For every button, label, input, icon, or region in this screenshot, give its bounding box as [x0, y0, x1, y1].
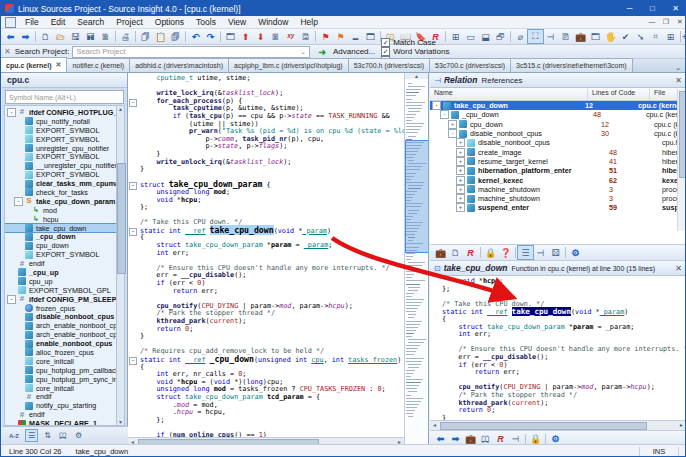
relation-row[interactable]: -disable_nonboot_cpus30cpu.c (kernel)	[430, 129, 686, 138]
paste-icon[interactable]: 📋	[153, 30, 168, 43]
window-doc-icon[interactable]: 🗕	[348, 30, 363, 43]
tree-expander-icon[interactable]: +	[448, 120, 457, 129]
relation-row[interactable]: -_cpu_down48cpu.c (kernel)	[430, 110, 686, 119]
symbol-tree-item[interactable]: -EXPORT_SYMBOL	[5, 152, 117, 161]
hand-icon[interactable]: 🖐	[603, 30, 618, 43]
search-project-input[interactable]: Search Project ⌄	[72, 46, 310, 58]
mdi-minimize-button[interactable]: —	[645, 18, 659, 26]
tree-expander-icon[interactable]: -	[7, 295, 16, 304]
relation-row[interactable]: +cpu_down12cpu.c (kernel)	[430, 120, 686, 129]
symbol-tree-item[interactable]: -↳hcpu	[5, 215, 117, 224]
symbol-tree-item[interactable]: -↳mod	[5, 206, 117, 215]
symbol-tree-item[interactable]: -disable_nonboot_cpus	[5, 312, 117, 321]
relation-row[interactable]: +machine_shutdown3process.c (arch)	[430, 185, 686, 194]
new-file-icon[interactable]: 🗋	[38, 30, 53, 43]
relation-close-icon[interactable]: ✕	[675, 76, 682, 85]
symbol-tree-item[interactable]: -enable_nonboot_cpus	[5, 339, 117, 348]
combo-dropdown-icon[interactable]: ⌄	[300, 47, 306, 56]
relation-row[interactable]: +suspend_enter59suspend.c (kernel\power)	[430, 203, 686, 212]
sort-type-icon[interactable]: ⇅	[42, 430, 53, 441]
symbol-tree-item[interactable]: -cpu_hotplug_pm_callback	[5, 366, 117, 375]
menu-options[interactable]: Options	[149, 17, 190, 27]
tab-close-icon[interactable]: ✕	[56, 61, 62, 69]
tree-expander-icon[interactable]: +	[456, 176, 465, 185]
view-tree-icon[interactable]: ⚄	[548, 246, 563, 259]
window-blue-icon[interactable]: 🗖	[363, 30, 378, 43]
relation-row[interactable]: +create_image48hibernate.c (kernel\power…	[430, 147, 686, 156]
menu-edit[interactable]: Edit	[45, 17, 72, 27]
close-button[interactable]: ✕	[664, 1, 686, 16]
symbol-tree-item[interactable]: -arch_enable_nonboot_cpu	[5, 330, 117, 339]
code-editor[interactable]: cputime_t utime, stime; write_lock_irq(&…	[128, 73, 404, 437]
scroll-left-icon[interactable]: ◄	[430, 421, 439, 429]
jump-reference-icon[interactable]: ⬇	[253, 30, 268, 43]
document-system-icon[interactable]	[5, 17, 16, 28]
arrow-dark-icon[interactable]: ➘	[633, 30, 648, 43]
symbol-tree-item[interactable]: -cpu_down	[5, 241, 117, 250]
symbol-tree-item[interactable]: -#endif	[5, 410, 117, 419]
tree-expander-icon[interactable]: +	[456, 138, 465, 147]
menu-window[interactable]: Window	[252, 17, 294, 27]
sort-alpha-icon[interactable]: A-Z	[7, 432, 21, 440]
list-view-icon[interactable]: ☰	[25, 429, 38, 442]
open-file-icon[interactable]: 🗁	[53, 30, 68, 43]
relation-row[interactable]: +disable_nonboot_cpuscpu.h (include\linu…	[430, 138, 686, 147]
view-list-icon[interactable]: ☰	[518, 246, 533, 259]
tree-expander-icon[interactable]: +	[456, 148, 465, 157]
symbol-tree-item[interactable]: -core_initcall	[5, 384, 117, 393]
file-tab[interactable]: notifier.c (kernel)	[66, 58, 130, 72]
symbol-tree-item[interactable]: -check_for_tasks	[5, 188, 117, 197]
file-tab[interactable]: cpu.c (kernel)✕	[0, 57, 67, 72]
relation-row[interactable]: +resume_target_kernel41hibernate.c (kern…	[430, 157, 686, 166]
table-icon[interactable]: ⊞	[663, 30, 678, 43]
symbol-tree-item[interactable]: -take_cpu_down	[5, 224, 117, 233]
symbol-window-icon[interactable]: 🖹	[558, 30, 573, 43]
symbol-tree-item[interactable]: -notify_cpu_starting	[5, 401, 117, 410]
context-horizontal-scrollbar[interactable]: ◄ ►	[430, 420, 686, 430]
column-lines-of-code[interactable]: Lines of Code	[588, 88, 650, 100]
back-arrow-icon[interactable]: ⬅	[3, 30, 18, 43]
save-icon[interactable]: 🖫	[68, 30, 83, 43]
symbol-search-input[interactable]: Symbol Name (Alt+L)	[5, 90, 124, 104]
symbol-tree-item[interactable]: -cpu_up	[5, 277, 117, 286]
symbol-tree-item[interactable]: -#endif	[5, 259, 117, 268]
mdi-restore-button[interactable]: ❐	[659, 18, 673, 26]
tree-expander-icon[interactable]: -	[7, 108, 16, 117]
scrollbar-thumb[interactable]	[440, 422, 647, 430]
symbol-tree-item[interactable]: -core_initcall	[5, 357, 117, 366]
tree-expander-icon[interactable]: -	[14, 197, 23, 206]
view-relation-icon[interactable]: ⊣	[533, 246, 548, 259]
check-icon[interactable]: ✔	[618, 30, 633, 43]
jump-definition-icon[interactable]: 🗔	[223, 30, 238, 43]
relation-row[interactable]: +machine_shutdown3process.c (arch)	[430, 194, 686, 203]
browse-book-icon[interactable]: 🕮	[57, 430, 69, 441]
link-doc-icon[interactable]: 🖺	[298, 30, 313, 43]
menu-file[interactable]: File	[19, 17, 45, 27]
document-icon[interactable]: 🗎	[98, 30, 113, 43]
new-file-icon[interactable]: 🗋	[448, 246, 463, 259]
xy-browse-icon[interactable]: ˣʸ	[283, 30, 298, 43]
minimize-button[interactable]: ─	[618, 1, 641, 16]
scrollbar-thumb[interactable]	[679, 91, 686, 178]
project-icon[interactable]: 💼	[433, 246, 448, 259]
search-go-icon[interactable]: ➜	[318, 47, 326, 57]
symbol-tree-item[interactable]: -#endif	[5, 393, 117, 402]
symbol-options-gear-icon[interactable]: ⚙	[73, 430, 84, 441]
symbol-tree-item[interactable]: -frozen_cpus	[5, 304, 117, 313]
save-as-icon[interactable]: 🖬	[83, 30, 98, 43]
symbol-tree-item[interactable]: -_cpu_up	[5, 268, 117, 277]
symbol-tree-item[interactable]: -#ifdef CONFIG_PM_SLEEP_SMP	[5, 295, 117, 304]
symbol-tree-item[interactable]: -#ifdef CONFIG_HOTPLUG_CPU	[5, 108, 117, 117]
menu-project[interactable]: Project	[110, 17, 148, 27]
tree-expander-icon[interactable]: +	[456, 203, 465, 212]
redo-icon[interactable]: ↷	[203, 30, 218, 43]
symbol-tree-item[interactable]: -MASK_DECLARE_1	[5, 419, 117, 426]
tree-expander-icon[interactable]: +	[456, 185, 465, 194]
context-vertical-scrollbar[interactable]	[677, 89, 686, 231]
symbol-tree-item[interactable]: -EXPORT_SYMBOL	[5, 126, 117, 135]
forward-arrow-icon[interactable]: ➡	[18, 30, 33, 43]
tree-expander-icon[interactable]: -	[448, 129, 457, 138]
clipboard-icon[interactable]: 🗐	[168, 30, 183, 43]
copy-icon[interactable]: 🗍	[138, 30, 153, 43]
relation-row[interactable]: +hibernation_platform_enter51hibernate.c…	[430, 166, 686, 175]
